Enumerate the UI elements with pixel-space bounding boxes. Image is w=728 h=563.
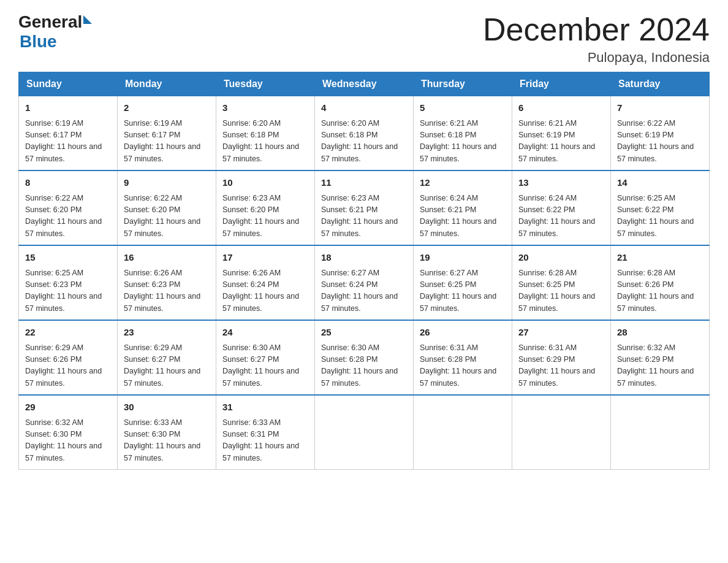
calendar-cell: 3Sunrise: 6:20 AMSunset: 6:18 PMDaylight…	[216, 96, 315, 171]
calendar-cell: 17Sunrise: 6:26 AMSunset: 6:24 PMDayligh…	[216, 245, 315, 320]
day-info: Sunrise: 6:27 AMSunset: 6:24 PMDaylight:…	[321, 267, 407, 315]
day-number: 21	[617, 251, 703, 265]
calendar-cell: 14Sunrise: 6:25 AMSunset: 6:22 PMDayligh…	[611, 170, 710, 245]
day-number: 30	[124, 400, 210, 415]
day-number: 9	[124, 176, 210, 190]
day-number: 24	[222, 326, 308, 340]
calendar-cell: 31Sunrise: 6:33 AMSunset: 6:31 PMDayligh…	[216, 395, 315, 470]
calendar-cell: 24Sunrise: 6:30 AMSunset: 6:27 PMDayligh…	[216, 320, 315, 395]
header-day-saturday: Saturday	[611, 72, 710, 96]
calendar-cell: 5Sunrise: 6:21 AMSunset: 6:18 PMDaylight…	[414, 96, 512, 171]
calendar-cell: 12Sunrise: 6:24 AMSunset: 6:21 PMDayligh…	[414, 170, 512, 245]
day-number: 14	[617, 176, 703, 190]
day-info: Sunrise: 6:23 AMSunset: 6:20 PMDaylight:…	[222, 193, 308, 240]
day-info: Sunrise: 6:19 AMSunset: 6:17 PMDaylight:…	[25, 118, 111, 166]
logo-blue-text: Blue	[20, 32, 92, 52]
day-info: Sunrise: 6:28 AMSunset: 6:25 PMDaylight:…	[518, 267, 604, 315]
day-info: Sunrise: 6:21 AMSunset: 6:19 PMDaylight:…	[518, 118, 604, 166]
calendar-week-row: 8Sunrise: 6:22 AMSunset: 6:20 PMDaylight…	[19, 170, 710, 245]
page-subtitle: Pulopaya, Indonesia	[483, 50, 710, 66]
logo-triangle-icon	[83, 15, 92, 24]
header-day-wednesday: Wednesday	[315, 72, 414, 96]
day-number: 22	[25, 326, 111, 340]
day-info: Sunrise: 6:25 AMSunset: 6:22 PMDaylight:…	[617, 193, 703, 240]
calendar-cell: 19Sunrise: 6:27 AMSunset: 6:25 PMDayligh…	[414, 245, 512, 320]
day-info: Sunrise: 6:24 AMSunset: 6:21 PMDaylight:…	[420, 193, 506, 240]
calendar-cell: 30Sunrise: 6:33 AMSunset: 6:30 PMDayligh…	[118, 395, 216, 470]
day-number: 16	[124, 251, 210, 265]
calendar-cell: 9Sunrise: 6:22 AMSunset: 6:20 PMDaylight…	[118, 170, 216, 245]
day-number: 3	[222, 101, 308, 115]
calendar-cell: 16Sunrise: 6:26 AMSunset: 6:23 PMDayligh…	[118, 245, 216, 320]
day-number: 31	[222, 400, 308, 415]
calendar-cell: 10Sunrise: 6:23 AMSunset: 6:20 PMDayligh…	[216, 170, 315, 245]
day-info: Sunrise: 6:25 AMSunset: 6:23 PMDaylight:…	[25, 267, 111, 315]
calendar-cell	[512, 395, 611, 470]
day-info: Sunrise: 6:28 AMSunset: 6:26 PMDaylight:…	[617, 267, 703, 315]
day-number: 26	[420, 326, 506, 340]
day-info: Sunrise: 6:26 AMSunset: 6:24 PMDaylight:…	[222, 267, 308, 315]
day-info: Sunrise: 6:32 AMSunset: 6:30 PMDaylight:…	[25, 417, 111, 465]
calendar-cell: 4Sunrise: 6:20 AMSunset: 6:18 PMDaylight…	[315, 96, 414, 171]
calendar-cell: 25Sunrise: 6:30 AMSunset: 6:28 PMDayligh…	[315, 320, 414, 395]
day-info: Sunrise: 6:23 AMSunset: 6:21 PMDaylight:…	[321, 193, 407, 240]
title-section: December 2024 Pulopaya, Indonesia	[483, 12, 710, 66]
calendar-cell: 20Sunrise: 6:28 AMSunset: 6:25 PMDayligh…	[512, 245, 611, 320]
day-info: Sunrise: 6:30 AMSunset: 6:27 PMDaylight:…	[222, 342, 308, 390]
calendar-cell: 29Sunrise: 6:32 AMSunset: 6:30 PMDayligh…	[19, 395, 118, 470]
day-number: 1	[25, 101, 111, 115]
calendar-cell: 8Sunrise: 6:22 AMSunset: 6:20 PMDaylight…	[19, 170, 118, 245]
calendar-cell: 28Sunrise: 6:32 AMSunset: 6:29 PMDayligh…	[611, 320, 710, 395]
calendar-cell: 18Sunrise: 6:27 AMSunset: 6:24 PMDayligh…	[315, 245, 414, 320]
day-number: 4	[321, 101, 407, 115]
day-info: Sunrise: 6:22 AMSunset: 6:19 PMDaylight:…	[617, 118, 703, 166]
day-info: Sunrise: 6:22 AMSunset: 6:20 PMDaylight:…	[124, 193, 210, 240]
day-number: 13	[518, 176, 604, 190]
calendar-week-row: 29Sunrise: 6:32 AMSunset: 6:30 PMDayligh…	[19, 395, 710, 470]
calendar-cell: 23Sunrise: 6:29 AMSunset: 6:27 PMDayligh…	[118, 320, 216, 395]
calendar-cell	[315, 395, 414, 470]
day-number: 10	[222, 176, 308, 190]
day-number: 25	[321, 326, 407, 340]
day-info: Sunrise: 6:33 AMSunset: 6:31 PMDaylight:…	[222, 417, 308, 465]
day-number: 19	[420, 251, 506, 265]
day-number: 8	[25, 176, 111, 190]
header-day-thursday: Thursday	[414, 72, 512, 96]
day-number: 29	[25, 400, 111, 415]
day-number: 15	[25, 251, 111, 265]
day-number: 27	[518, 326, 604, 340]
day-number: 17	[222, 251, 308, 265]
day-info: Sunrise: 6:31 AMSunset: 6:29 PMDaylight:…	[518, 342, 604, 390]
day-number: 18	[321, 251, 407, 265]
page-title: December 2024	[483, 12, 710, 47]
day-number: 28	[617, 326, 703, 340]
day-info: Sunrise: 6:20 AMSunset: 6:18 PMDaylight:…	[222, 118, 308, 166]
day-info: Sunrise: 6:29 AMSunset: 6:26 PMDaylight:…	[25, 342, 111, 390]
day-number: 6	[518, 101, 604, 115]
calendar-cell: 21Sunrise: 6:28 AMSunset: 6:26 PMDayligh…	[611, 245, 710, 320]
calendar-table: SundayMondayTuesdayWednesdayThursdayFrid…	[18, 72, 710, 470]
page-header: General Blue December 2024 Pulopaya, Ind…	[18, 12, 710, 66]
header-day-friday: Friday	[512, 72, 611, 96]
calendar-header: SundayMondayTuesdayWednesdayThursdayFrid…	[19, 72, 710, 96]
calendar-cell: 27Sunrise: 6:31 AMSunset: 6:29 PMDayligh…	[512, 320, 611, 395]
day-info: Sunrise: 6:31 AMSunset: 6:28 PMDaylight:…	[420, 342, 506, 390]
day-info: Sunrise: 6:30 AMSunset: 6:28 PMDaylight:…	[321, 342, 407, 390]
day-number: 11	[321, 176, 407, 190]
day-number: 2	[124, 101, 210, 115]
calendar-cell	[611, 395, 710, 470]
calendar-cell: 13Sunrise: 6:24 AMSunset: 6:22 PMDayligh…	[512, 170, 611, 245]
header-row: SundayMondayTuesdayWednesdayThursdayFrid…	[19, 72, 710, 96]
day-number: 5	[420, 101, 506, 115]
day-info: Sunrise: 6:27 AMSunset: 6:25 PMDaylight:…	[420, 267, 506, 315]
calendar-week-row: 1Sunrise: 6:19 AMSunset: 6:17 PMDaylight…	[19, 96, 710, 171]
calendar-cell: 26Sunrise: 6:31 AMSunset: 6:28 PMDayligh…	[414, 320, 512, 395]
day-info: Sunrise: 6:29 AMSunset: 6:27 PMDaylight:…	[124, 342, 210, 390]
header-day-sunday: Sunday	[19, 72, 118, 96]
calendar-cell: 15Sunrise: 6:25 AMSunset: 6:23 PMDayligh…	[19, 245, 118, 320]
calendar-week-row: 22Sunrise: 6:29 AMSunset: 6:26 PMDayligh…	[19, 320, 710, 395]
header-day-tuesday: Tuesday	[216, 72, 315, 96]
day-info: Sunrise: 6:20 AMSunset: 6:18 PMDaylight:…	[321, 118, 407, 166]
day-info: Sunrise: 6:22 AMSunset: 6:20 PMDaylight:…	[25, 193, 111, 240]
calendar-cell	[414, 395, 512, 470]
